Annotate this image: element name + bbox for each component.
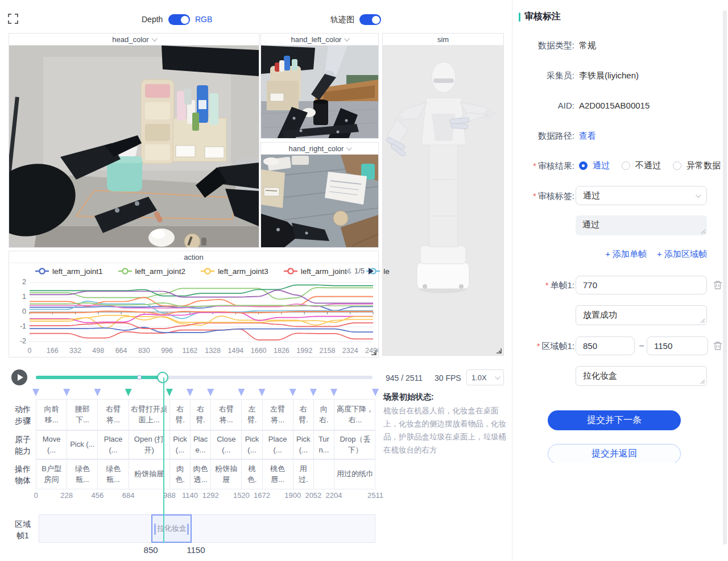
table-cell[interactable]: Drop（丢下）	[334, 431, 376, 459]
table-cell[interactable]: 右臂.	[170, 400, 191, 430]
frame-axis-label: 1140	[182, 491, 198, 500]
step-marker-2204[interactable]	[330, 389, 337, 396]
submit-return-button[interactable]: 提交并返回	[548, 444, 681, 463]
legend-next-icon[interactable]	[369, 268, 374, 275]
radio-label-异常数据[interactable]: 异常数据	[686, 160, 721, 171]
step-marker-1140[interactable]	[187, 389, 193, 396]
delete-single-frame-icon[interactable]	[713, 280, 722, 290]
region-start-input[interactable]: 850	[576, 336, 635, 355]
step-marker-456[interactable]	[94, 389, 101, 396]
region-end-input[interactable]: 1150	[647, 336, 708, 355]
playback-speed-select[interactable]: 1.0X	[466, 369, 504, 385]
legend-prev-icon[interactable]	[345, 268, 350, 275]
table-cell[interactable]: Place (...	[263, 431, 293, 459]
step-marker-1900[interactable]	[289, 389, 296, 396]
table-cell[interactable]: 肉色.	[170, 460, 191, 489]
table-cell[interactable]: 桃色.	[242, 460, 262, 489]
table-cell[interactable]: B户型房间	[36, 460, 67, 489]
review-result-options: 通过不通过异常数据	[579, 160, 727, 171]
table-cell[interactable]: Pick (...	[242, 431, 262, 459]
legend-item-left_arm_joint2[interactable]: left_arm_joint2	[118, 267, 186, 276]
table-cell[interactable]: 向右.	[314, 400, 334, 430]
add-region-frame-link[interactable]: + 添加区域帧	[657, 249, 707, 260]
step-marker-684[interactable]	[125, 389, 132, 396]
hand-right-camera-selector[interactable]: hand_right_color	[261, 143, 378, 155]
action-chart-panel: action left_arm_joint1 left_arm_joint2 l…	[9, 251, 379, 358]
region-band-segment[interactable]: 拉化妆盒	[151, 514, 192, 543]
step-marker-1520[interactable]	[238, 389, 245, 396]
radio-异常数据[interactable]	[673, 161, 681, 170]
table-cell[interactable]: Move (...	[36, 431, 67, 459]
table-cell[interactable]: 左臂将...	[263, 400, 293, 430]
table-cell[interactable]: Place...	[191, 431, 211, 459]
resize-grip-icon[interactable]	[700, 379, 705, 384]
table-cell[interactable]: 绿色瓶...	[98, 460, 129, 489]
table-cell[interactable]: 桃色唇...	[263, 460, 293, 489]
table-cell[interactable]: 用过的纸巾	[334, 460, 376, 489]
radio-通过[interactable]	[579, 161, 588, 170]
segment-right-handle[interactable]	[187, 523, 189, 535]
single-frame-note[interactable]: 放置成功	[576, 305, 707, 325]
radio-label-通过[interactable]: 通过	[593, 160, 610, 171]
step-marker-2052[interactable]	[310, 389, 317, 396]
table-cell[interactable]: Pick (...	[293, 431, 314, 459]
legend-item-left_arm_joint4[interactable]: left_arm_joint4	[284, 267, 351, 276]
step-marker-988[interactable]	[166, 389, 173, 396]
table-cell[interactable]: Close (...	[211, 431, 242, 459]
timeline-slider[interactable]	[36, 376, 373, 379]
table-cell[interactable]: 右臂将...	[98, 400, 129, 430]
region-band-track[interactable]: 拉化妆盒	[39, 514, 375, 543]
review-tag-select[interactable]: 通过	[576, 186, 707, 205]
legend-item-left_arm_joint3[interactable]: left_arm_joint3	[201, 267, 268, 276]
table-cell[interactable]: Place (...	[98, 431, 129, 459]
region-frame-note[interactable]: 拉化妆盒	[576, 366, 707, 386]
review-tag-note[interactable]: 通过	[576, 215, 707, 235]
delete-region-frame-icon[interactable]	[713, 341, 722, 351]
add-single-frame-link[interactable]: + 添加单帧	[605, 249, 647, 260]
trajectory-toggle[interactable]	[359, 14, 381, 25]
table-cell[interactable]: 用过.	[293, 460, 314, 489]
resize-handle-icon[interactable]	[370, 349, 377, 355]
table-cell[interactable]: 右臂.	[293, 400, 314, 430]
head-camera-selector[interactable]: head_color	[9, 34, 259, 45]
single-frame-marker-dot[interactable]	[137, 375, 142, 380]
table-cell[interactable]: Pick (...	[170, 431, 191, 459]
table-cell[interactable]	[314, 460, 334, 489]
table-cell[interactable]: 右臂将...	[211, 400, 242, 430]
submit-next-button[interactable]: 提交并下一条	[548, 410, 681, 430]
hand-left-camera-selector[interactable]: hand_left_color	[261, 34, 378, 45]
legend-item-left_arm_joint1[interactable]: left_arm_joint1	[35, 267, 103, 276]
table-cell[interactable]: Pick (...	[67, 431, 98, 459]
step-marker-1672[interactable]	[259, 389, 266, 396]
table-cell[interactable]: Turn...	[314, 431, 334, 459]
segment-left-handle[interactable]	[154, 523, 156, 535]
step-marker-2511[interactable]	[372, 389, 379, 396]
step-marker-0[interactable]	[32, 389, 39, 396]
table-cell[interactable]: 绿色瓶...	[67, 460, 98, 489]
radio-label-不通过[interactable]: 不通过	[635, 160, 661, 171]
resize-grip-icon[interactable]	[701, 229, 706, 234]
fullscreen-icon[interactable]	[8, 14, 18, 24]
data-path-view-link[interactable]: 查看	[579, 131, 596, 142]
play-button[interactable]	[11, 369, 27, 385]
data-type-value: 常规	[579, 40, 596, 51]
table-cell[interactable]: 向前移...	[36, 400, 67, 430]
depth-label: Depth	[142, 15, 163, 24]
table-cell[interactable]: 粉饼抽屉	[211, 460, 242, 489]
review-panel-title: 审核标注	[524, 11, 561, 23]
table-cell[interactable]: 肉色透...	[191, 460, 211, 489]
page-scrollbar[interactable]	[723, 10, 727, 545]
step-marker-1292[interactable]	[207, 389, 214, 396]
table-cell[interactable]: 腰部下...	[67, 400, 98, 430]
resize-grip-icon[interactable]	[700, 318, 705, 323]
radio-不通过[interactable]	[622, 161, 630, 170]
fps-label: 30 FPS	[435, 373, 461, 383]
table-cell[interactable]: 左臂.	[242, 400, 262, 430]
resize-handle-icon[interactable]	[495, 347, 502, 354]
depth-rgb-toggle[interactable]	[168, 14, 190, 25]
table-cell[interactable]: 右臂.	[191, 400, 211, 430]
step-marker-228[interactable]	[63, 389, 70, 396]
table-cell[interactable]: 高度下降，右...	[334, 400, 376, 430]
single-frame-input[interactable]: 770	[576, 276, 707, 294]
trajectory-label: 轨迹图	[330, 15, 354, 25]
